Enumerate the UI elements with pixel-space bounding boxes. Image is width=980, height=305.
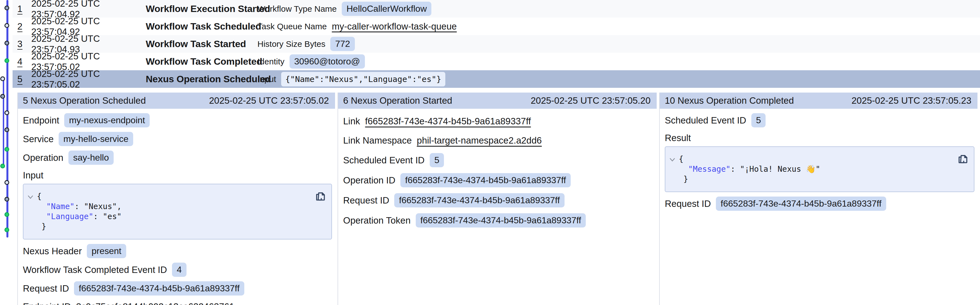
timeline-branch-line	[3, 79, 4, 167]
event-attribute-label: History Size Bytes	[258, 39, 325, 49]
timeline-event-node-green	[5, 228, 9, 232]
detail-field-badge: my-nexus-endpoint	[64, 113, 150, 127]
detail-field-badge: present	[87, 244, 126, 258]
timeline-event-node-green	[5, 147, 9, 152]
event-attribute-badge: HelloCallerWorkflow	[342, 2, 431, 16]
detail-field-badge: f665283f-743e-4374-b45b-9a61a89337ff	[416, 213, 586, 228]
event-detail-panel: 5 Nexus Operation Scheduled 2025-02-25 U…	[18, 93, 337, 305]
panel-title: 10 Nexus Operation Completed	[665, 95, 794, 106]
detail-field-label: Scheduled Event ID	[343, 155, 425, 166]
event-attribute-link[interactable]: my-caller-workflow-task-queue	[332, 21, 457, 32]
json-line: {	[679, 154, 968, 164]
event-attribute-label: Input	[258, 74, 276, 84]
event-id-link[interactable]: 4	[18, 56, 27, 67]
detail-field: Request IDf665283f-743e-4374-b45b-9a61a8…	[343, 193, 654, 207]
chevron-down-icon[interactable]	[669, 156, 676, 163]
event-name: Workflow Task Scheduled	[146, 21, 258, 32]
detail-field-label: Workflow Task Completed Event ID	[23, 265, 167, 275]
event-name: Workflow Task Completed	[146, 56, 258, 67]
detail-field: Scheduled Event ID5	[665, 113, 974, 127]
event-id-link[interactable]: 1	[18, 4, 27, 14]
detail-field-label: Request ID	[343, 195, 389, 206]
detail-field-badge: 5	[751, 113, 766, 127]
json-content: { "Name": "Nexus", "Language": "es" }	[37, 191, 326, 232]
json-text: : "Nexus",	[75, 202, 122, 211]
event-id-link[interactable]: 5	[18, 74, 27, 84]
event-attribute-badge: 772	[330, 37, 355, 51]
detail-field: Link Namespacephil-target-namespace2.a2d…	[343, 134, 654, 147]
detail-field: Operationsay-hello	[23, 150, 332, 165]
panel-header: 5 Nexus Operation Scheduled 2025-02-25 U…	[18, 93, 335, 109]
json-text: }	[37, 222, 46, 231]
json-key: "Name"	[46, 202, 75, 211]
json-text: {	[679, 155, 684, 164]
workflow-history-view: 1 2025-02-25 UTC 23:57:04.92 Workflow Ex…	[0, 0, 980, 305]
event-timestamp: 2025-02-25 UTC 23:57:05.02	[31, 69, 146, 90]
event-attribute-label: Identity	[258, 57, 285, 66]
timeline-event-node-gray	[5, 197, 9, 202]
detail-field-link[interactable]: f665283f-743e-4374-b45b-9a61a89337ff	[365, 116, 531, 126]
json-line: "Language": "es"	[37, 212, 326, 222]
json-text	[679, 164, 688, 174]
event-detail-panels: 5 Nexus Operation Scheduled 2025-02-25 U…	[18, 93, 980, 305]
detail-field-label: Operation	[23, 153, 64, 163]
timeline	[0, 0, 13, 305]
chevron-down-icon[interactable]	[27, 193, 34, 201]
panel-body: Endpointmy-nexus-endpointServicemy-hello…	[18, 113, 337, 305]
panel-title: 6 Nexus Operation Started	[343, 95, 452, 106]
panel-timestamp: 2025-02-25 UTC 23:57:05.02	[209, 95, 329, 106]
detail-field-label: Request ID	[665, 199, 711, 209]
event-rows: 1 2025-02-25 UTC 23:57:04.92 Workflow Ex…	[13, 0, 980, 88]
detail-field: Endpoint ID3c0c75ccfa8144b092c13ce632463…	[23, 300, 332, 305]
timeline-event-node-gray	[5, 41, 9, 46]
detail-field: Request IDf665283f-743e-4374-b45b-9a61a8…	[23, 281, 332, 296]
event-row[interactable]: 5 2025-02-25 UTC 23:57:05.02 Nexus Opera…	[13, 70, 980, 88]
detail-field: Operation Tokenf665283f-743e-4374-b45b-9…	[343, 213, 654, 228]
json-line: }	[37, 222, 326, 232]
timeline-event-node-green	[5, 58, 9, 63]
detail-field-badge: say-hello	[68, 150, 114, 165]
detail-field: Servicemy-hello-service	[23, 132, 332, 146]
detail-field-label: Operation Token	[343, 215, 411, 226]
json-key: "Message"	[688, 164, 731, 174]
json-text: }	[679, 174, 688, 184]
detail-field-label: Link	[343, 116, 360, 126]
detail-field: Operation IDf665283f-743e-4374-b45b-9a61…	[343, 173, 654, 187]
timeline-event-node-gray	[0, 94, 5, 99]
detail-field: Scheduled Event ID5	[343, 153, 654, 167]
event-detail-panel: 10 Nexus Operation Completed 2025-02-25 …	[659, 93, 980, 305]
event-detail-panel: 6 Nexus Operation Started 2025-02-25 UTC…	[337, 93, 659, 305]
event-id-link[interactable]: 2	[18, 21, 27, 32]
event-id-link[interactable]: 3	[18, 39, 27, 49]
event-row[interactable]: 2 2025-02-25 UTC 23:57:04.92 Workflow Ta…	[13, 17, 980, 35]
timeline-event-node-light	[5, 180, 9, 185]
copy-icon[interactable]	[956, 152, 969, 164]
json-code-block: { "Message": "¡Hola! Nexus 👋" }	[665, 146, 974, 192]
detail-field-badge: f665283f-743e-4374-b45b-9a61a89337ff	[74, 281, 244, 296]
detail-field-label: Result	[665, 133, 691, 143]
json-text: {	[37, 192, 41, 201]
json-text: : "¡Hola! Nexus 👋"	[730, 164, 820, 174]
detail-field: Nexus Headerpresent	[23, 244, 332, 258]
detail-field-badge: f665283f-743e-4374-b45b-9a61a89337ff	[716, 196, 886, 211]
copy-icon[interactable]	[314, 189, 326, 202]
detail-field: Result	[665, 131, 974, 145]
event-row[interactable]: 1 2025-02-25 UTC 23:57:04.92 Workflow Ex…	[13, 0, 980, 17]
detail-field-label: Input	[23, 170, 43, 181]
json-content: { "Message": "¡Hola! Nexus 👋" }	[679, 154, 968, 184]
detail-field: Input	[23, 169, 332, 182]
json-line: }	[679, 174, 968, 184]
event-row[interactable]: 4 2025-02-25 UTC 23:57:05.02 Workflow Ta…	[13, 53, 980, 70]
detail-field-link[interactable]: phil-target-namespace2.a2dd6	[417, 135, 542, 146]
detail-field-badge: 5	[430, 153, 444, 167]
detail-field-label: Endpoint	[23, 115, 59, 126]
event-row[interactable]: 3 2025-02-25 UTC 23:57:04.93 Workflow Ta…	[13, 35, 980, 53]
detail-field: Endpointmy-nexus-endpoint	[23, 113, 332, 127]
panel-timestamp: 2025-02-25 UTC 23:57:05.20	[531, 95, 651, 106]
detail-field-label: Scheduled Event ID	[665, 115, 746, 126]
detail-field-label: Endpoint ID	[23, 301, 71, 305]
timeline-event-node-light	[0, 76, 5, 81]
detail-field-link[interactable]: 3c0c75ccfa8144b092c13ce632463761	[76, 301, 234, 305]
detail-field-label: Request ID	[23, 283, 69, 294]
event-name: Workflow Task Started	[146, 38, 258, 49]
